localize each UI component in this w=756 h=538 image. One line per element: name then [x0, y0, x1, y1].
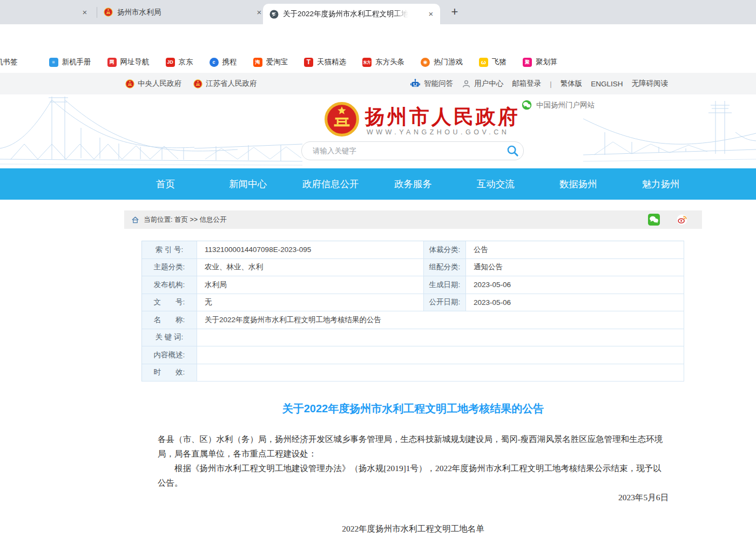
- bookmark-favicon: 淘: [253, 58, 262, 67]
- bookmark-item[interactable]: c 携程: [210, 57, 237, 67]
- search-button[interactable]: [502, 142, 523, 160]
- bookmark-item[interactable]: ω 飞猪: [479, 57, 507, 67]
- meta-label: 主题分类:: [142, 259, 197, 277]
- table-row: 文 号: 无 公开日期: 2023-05-06: [142, 294, 684, 312]
- meta-label: 公开日期:: [424, 294, 466, 312]
- meta-label: 文 号:: [142, 294, 197, 312]
- meta-value-created-date: 2023-05-06: [466, 276, 684, 294]
- bookmark-item[interactable]: 聚 聚划算: [523, 57, 558, 67]
- bookmark-favicon: 网: [107, 58, 117, 67]
- bookmark-label: 机书签: [0, 57, 18, 67]
- article-paragraph: 各县（市、区）水利（务）局，扬州经济开发区城乡事务管理局，生态科技新城规划建设局…: [158, 432, 667, 461]
- meta-value-agency: 水利局: [197, 276, 424, 294]
- bookmark-item[interactable]: 网 网址导航: [107, 57, 150, 67]
- meta-value-keywords: [197, 329, 684, 347]
- bookmark-favicon: ≡: [49, 58, 58, 67]
- table-row: 索 引 号: 11321000014407098E-2023-095 体裁分类:…: [142, 241, 684, 259]
- link-accessible-reading[interactable]: 无障碍阅读: [632, 79, 669, 88]
- breadcrumb-text[interactable]: 当前位置: 首页 >> 信息公开: [144, 215, 227, 224]
- bridge-sketch-left: [0, 94, 302, 168]
- link-central-government[interactable]: 中央人民政府: [125, 79, 181, 88]
- gov-utility-bar: 中央人民政府 江苏省人民政府 智能问答 用: [0, 73, 756, 94]
- tab-title: 关于2022年度扬州市水利工程文明工地考核结果的公告: [283, 9, 408, 19]
- bookmark-item[interactable]: 东方 东方头条: [362, 57, 404, 67]
- bookmarks-bar: 机书签 ≡ 新机手册 网 网址导航 JD 京东 c 携程 淘 爱淘宝 T 天猫精…: [0, 51, 756, 73]
- nav-interaction[interactable]: 互动交流: [454, 168, 537, 200]
- table-row: 名 称: 关于2022年度扬州市水利工程文明工地考核结果的公告: [142, 311, 684, 329]
- nav-gov-services[interactable]: 政务服务: [372, 168, 455, 200]
- meta-label: 内容概述:: [142, 346, 197, 364]
- gov-emblem-icon: [104, 8, 113, 17]
- link-mail-login[interactable]: 邮箱登录: [512, 79, 541, 88]
- meta-label: 发布机构:: [142, 276, 197, 294]
- meta-label: 生成日期:: [424, 276, 466, 294]
- meta-label: 名 称:: [142, 311, 197, 329]
- meta-value-summary: [197, 346, 684, 364]
- bookmark-favicon: T: [304, 58, 313, 67]
- nav-gov-info-disclosure[interactable]: 政府信息公开: [289, 168, 372, 200]
- bookmark-label: 网址导航: [120, 57, 150, 67]
- bookmark-label: 天猫精选: [317, 57, 346, 67]
- table-row: 关 键 词:: [142, 329, 684, 347]
- breadcrumb: 当前位置: 首页 >> 信息公开: [124, 210, 702, 229]
- table-row: 内容概述:: [142, 346, 684, 364]
- separator: |: [550, 80, 551, 88]
- meta-value-theme: 农业、林业、水利: [197, 259, 424, 277]
- search-input[interactable]: [312, 146, 502, 155]
- wechat-icon: [522, 100, 532, 110]
- bookmark-item[interactable]: 淘 爱淘宝: [253, 57, 288, 67]
- new-tab-button[interactable]: +: [447, 5, 462, 20]
- link-english[interactable]: ENGLISH: [591, 80, 623, 88]
- site-banner: 扬州市人民政府 WWW.YANGZHOU.GOV.CN 中国扬州门户网站: [0, 94, 756, 168]
- link-label: 用户中心: [474, 79, 503, 88]
- site-favicon-icon: [269, 10, 279, 19]
- bookmark-favicon: 东方: [362, 58, 372, 67]
- meta-value-group: 通知公告: [466, 259, 684, 277]
- nav-news-center[interactable]: 新闻中心: [207, 168, 289, 200]
- article-date: 2023年5月6日: [158, 490, 669, 505]
- user-icon: [462, 79, 471, 88]
- site-domain: WWW.YANGZHOU.GOV.CN: [367, 128, 509, 136]
- bookmark-label: 携程: [222, 57, 237, 67]
- meta-label: 体裁分类:: [424, 241, 466, 259]
- nav-data-yangzhou[interactable]: 数据扬州: [537, 168, 619, 200]
- weibo-share-icon[interactable]: [676, 214, 688, 226]
- bookmark-item[interactable]: JD 京东: [166, 57, 193, 67]
- home-icon: [131, 216, 139, 224]
- portal-label: 中国扬州门户网站: [536, 100, 595, 110]
- table-row: 时 效:: [142, 364, 684, 382]
- wechat-share-icon[interactable]: [648, 214, 660, 226]
- site-title: 扬州市人民政府: [365, 104, 520, 131]
- link-user-center[interactable]: 用户中心: [462, 79, 503, 88]
- meta-value-genre: 公告: [466, 241, 684, 259]
- tab-close-icon[interactable]: ×: [80, 8, 90, 17]
- bookmark-favicon: JD: [166, 58, 175, 67]
- table-row: 发布机构: 水利局 生成日期: 2023-05-06: [142, 276, 684, 294]
- article-paragraph: 根据《扬州市水利工程文明工地建设管理办法》（扬水规[2019]1号），2022年…: [158, 461, 667, 490]
- tab-partial[interactable]: ×: [0, 0, 96, 24]
- link-label: 中央人民政府: [138, 79, 181, 88]
- meta-label: 索 引 号:: [142, 241, 197, 259]
- link-label: ENGLISH: [591, 80, 623, 88]
- bookmark-item[interactable]: ◉ 热门游戏: [421, 57, 463, 67]
- tab-close-icon[interactable]: ×: [426, 9, 436, 19]
- portal-link[interactable]: 中国扬州门户网站: [522, 100, 595, 110]
- browser-address-bar: 不安全 yangzhou.gov.cn/yzszxxgk/slj/202305/…: [0, 24, 756, 51]
- link-smart-qa[interactable]: 智能问答: [410, 78, 453, 89]
- link-traditional-chinese[interactable]: 繁体版: [561, 79, 583, 88]
- nav-charm-yangzhou[interactable]: 魅力扬州: [619, 168, 702, 200]
- bookmark-item[interactable]: 机书签: [0, 57, 18, 67]
- link-jiangsu-government[interactable]: 江苏省人民政府: [193, 79, 257, 88]
- link-label: 无障碍阅读: [632, 79, 669, 88]
- tab-announcement-active[interactable]: 关于2022年度扬州市水利工程文明工地考核结果的公告 ×: [263, 4, 440, 24]
- national-emblem-logo: [324, 101, 360, 137]
- tab-separator: [97, 7, 97, 18]
- bookmark-item[interactable]: T 天猫精选: [304, 57, 346, 67]
- bookmark-item[interactable]: ≡ 新机手册: [49, 57, 91, 67]
- link-label: 江苏省人民政府: [206, 79, 257, 88]
- nav-home[interactable]: 首页: [124, 168, 207, 200]
- meta-value-publish-date: 2023-05-06: [466, 294, 684, 312]
- article-list-title: 2022年度扬州市水利工程文明工地名单: [124, 521, 702, 536]
- tab-yangzhou-water-bureau[interactable]: 扬州市水利局 ×: [98, 0, 267, 24]
- bookmark-label: 飞猪: [492, 57, 507, 67]
